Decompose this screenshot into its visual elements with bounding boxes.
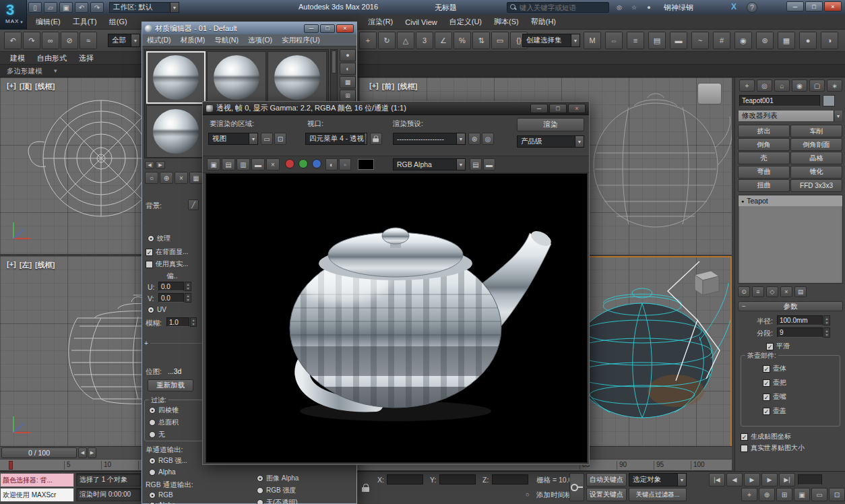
segments-field[interactable]: 9 [777, 327, 823, 338]
autodesk-x-icon[interactable]: X [731, 2, 737, 11]
maximize-button[interactable]: □ [549, 104, 567, 113]
utilities-tab-icon[interactable]: ∗ [827, 80, 842, 92]
menu-item[interactable]: 实用程序(U) [277, 34, 325, 46]
scrollbar-thumb[interactable] [332, 51, 336, 73]
viewport-label-token[interactable]: [左] [20, 260, 32, 270]
stack-item-teapot[interactable]: ● Teapot [739, 195, 842, 206]
zoom-extents-icon[interactable]: ▣ [794, 488, 810, 501]
menu-item[interactable]: 模式(D) [142, 34, 176, 46]
select-and-scale-icon[interactable]: △ [397, 32, 414, 49]
maxscript-listener-line2[interactable]: 欢迎使用 MAXScr [0, 488, 74, 502]
channel-display-icon[interactable]: ▤ [470, 158, 482, 170]
menu-item[interactable]: 自定义(U) [443, 15, 488, 29]
v-offset-spinner[interactable]: ▴▾ [185, 293, 191, 303]
make-unique-icon[interactable]: ◇ [766, 286, 778, 297]
sample-background-icon[interactable]: ▦ [340, 76, 356, 88]
alpha-source-radio[interactable]: 无(不透明) [257, 498, 299, 504]
create-tab-icon[interactable]: + [739, 80, 755, 92]
clone-rendered-frame-icon[interactable]: ▥ [237, 158, 250, 170]
render-setup-icon[interactable]: ⊛ [468, 133, 480, 145]
show-on-backface-checkbox[interactable]: ✓ 在背面显... [146, 247, 188, 257]
configure-modifier-sets-icon[interactable]: ▤ [794, 286, 807, 297]
mono-output-radio[interactable]: ● RGB 强... [149, 456, 187, 466]
help-icon[interactable]: ? [747, 2, 757, 13]
filter-radio[interactable]: 总面积 [149, 418, 179, 427]
ribbon-toggle-icon[interactable]: ▬ [670, 32, 687, 49]
remove-modifier-icon[interactable]: × [780, 286, 792, 297]
percent-snap-icon[interactable]: % [453, 32, 471, 49]
modifier-button[interactable]: 壳 [738, 152, 790, 164]
modifier-button[interactable]: 挤出 [738, 125, 790, 137]
zoom-region-icon[interactable]: ▭ [811, 488, 827, 501]
y-coord-input[interactable] [439, 474, 476, 484]
material-editor-icon[interactable]: ◉ [734, 32, 752, 49]
show-end-result-icon[interactable]: ≡ [752, 286, 764, 297]
previous-frame-icon[interactable]: ◀ [726, 473, 743, 486]
modifier-button[interactable]: 锥化 [790, 166, 842, 179]
save-file-icon[interactable]: ▣ [59, 2, 73, 13]
sample-slot-1[interactable] [146, 51, 206, 104]
viewport-label-token[interactable]: [线框] [35, 260, 55, 270]
u-offset-spinner[interactable]: ▴▾ [185, 282, 191, 291]
save-image-icon[interactable]: ▣ [207, 158, 220, 170]
curve-editor-icon[interactable]: ~ [691, 32, 709, 49]
smooth-checkbox[interactable]: ✓ 平滑 [766, 342, 790, 351]
favorites-icon[interactable]: ☆ [628, 2, 640, 13]
alpha-channel-icon[interactable]: ▫ [339, 158, 351, 170]
communication-center-icon[interactable]: ◎ [613, 2, 625, 13]
hierarchy-tab-icon[interactable]: ⌂ [774, 80, 790, 92]
x-coord-input[interactable] [387, 474, 423, 484]
alpha-source-radio[interactable]: RGB 强度 [257, 486, 299, 495]
green-channel-icon[interactable] [299, 159, 308, 168]
uv-radio[interactable]: ● UV [148, 306, 166, 313]
modifier-button[interactable]: 晶格 [790, 152, 842, 164]
undo-icon[interactable]: ↶ [4, 32, 22, 49]
teapot-part-checkbox[interactable]: ✓ 壶体 [763, 364, 786, 373]
modifier-button[interactable]: FFD 3x3x3 [790, 179, 842, 192]
scene-explorer-icon[interactable]: ▤ [648, 32, 666, 49]
auto-key-button[interactable]: 自动关键点 [586, 473, 627, 486]
reload-bitmap-button[interactable]: 重新加载 [148, 379, 193, 391]
sample-type-icon[interactable]: ● [340, 49, 356, 61]
assign-material-icon[interactable]: ⊕ [160, 172, 173, 184]
sign-in-user-icon[interactable]: ● [643, 2, 655, 13]
sample-slot-2[interactable] [207, 51, 266, 104]
select-and-rotate-icon[interactable]: ↻ [378, 32, 396, 49]
select-and-link-icon[interactable]: ∞ [42, 32, 59, 49]
render-iterative-icon[interactable]: ◑ [821, 32, 838, 49]
render-setup-icon[interactable]: ⊛ [756, 32, 774, 49]
edit-background-icon[interactable]: ╱ [188, 199, 199, 210]
render-production-icon[interactable]: ● [799, 32, 817, 49]
motion-tab-icon[interactable]: ◉ [792, 80, 807, 92]
collapsed-rollout[interactable]: + [144, 339, 202, 347]
next-frame-icon[interactable]: ▶ [761, 473, 778, 486]
current-frame-marker[interactable] [9, 461, 13, 470]
blur-spinner[interactable]: ▴▾ [190, 317, 197, 327]
bitmap-path-value[interactable]: ...3d [168, 367, 181, 375]
render-quality-dropdown[interactable]: 产品级▼ [517, 135, 584, 148]
undo-icon[interactable]: ↶ [75, 2, 88, 13]
toggle-ui-icon[interactable]: ▬ [483, 158, 495, 170]
search-box[interactable] [507, 2, 609, 13]
ribbon-tab[interactable]: 选择 [73, 52, 100, 65]
key-filters-button[interactable]: 关键点过滤器... [629, 488, 687, 501]
maximize-button[interactable]: □ [320, 24, 335, 33]
expand-rollout-icon[interactable]: + [144, 340, 148, 347]
close-button[interactable]: × [568, 104, 586, 113]
rgb-output-radio[interactable]: Alpha [149, 501, 176, 504]
ribbon-tab[interactable]: 自由形式 [31, 52, 73, 65]
teapot-part-checkbox[interactable]: ✓ 壶盖 [763, 406, 786, 416]
minimize-button[interactable]: ─ [304, 24, 319, 33]
copy-image-icon[interactable]: ▤ [222, 158, 235, 170]
real-world-map-size-checkbox[interactable]: 真实世界贴图大小 [741, 443, 805, 453]
viewport-label-token[interactable]: [+] [369, 82, 379, 92]
real-world-scale-checkbox[interactable]: 使用真实... [146, 259, 188, 269]
scroll-samples-left-icon[interactable]: ◀ [145, 161, 154, 169]
new-scene-icon[interactable]: ▯ [28, 2, 42, 13]
modifier-button[interactable]: 车削 [790, 125, 842, 137]
unlink-selection-icon[interactable]: ⊘ [61, 32, 78, 49]
menu-item[interactable]: 导航(N) [210, 34, 243, 46]
close-button[interactable]: × [824, 1, 842, 11]
auto-region-icon[interactable]: ⊡ [274, 133, 286, 145]
z-coord-input[interactable] [492, 474, 528, 484]
